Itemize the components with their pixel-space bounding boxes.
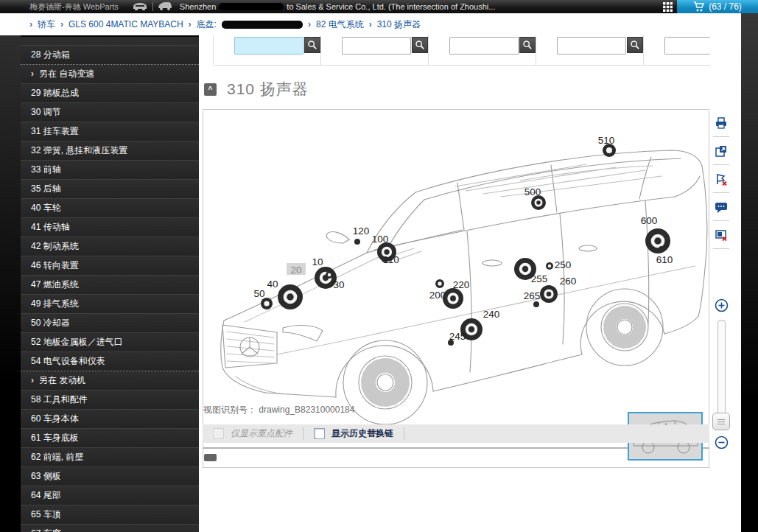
sidebar-item-11[interactable]: 46 转向装置 [21, 256, 199, 275]
sidebar-item-23[interactable]: 64 尾部 [21, 486, 199, 505]
part-callout-255[interactable]: 255 [514, 258, 547, 284]
part-callout-240[interactable]: 240 [460, 309, 499, 340]
search-input-4[interactable] [557, 37, 626, 55]
sidebar-item-22[interactable]: 63 侧板 [21, 466, 199, 486]
sidebar-item-14[interactable]: 50 冷却器 [21, 313, 199, 332]
zoom-in-icon[interactable] [712, 296, 730, 314]
checkbox[interactable] [314, 428, 325, 439]
chevron-right-icon: › [31, 375, 34, 385]
breadcrumb-item-2[interactable]: 底盘: [197, 18, 217, 31]
divider [713, 164, 729, 165]
sidebar-item-16[interactable]: 54 电气设备和仪表 [21, 351, 199, 371]
part-callout-500[interactable]: 500 [524, 186, 546, 210]
part-callout-20[interactable]: 20 [287, 263, 306, 276]
breadcrumb-separator: › [308, 19, 311, 29]
sidebar-item-label: 另在 发动机 [39, 375, 85, 385]
part-callout-110[interactable]: 110 [382, 254, 399, 265]
sidebar-item-8[interactable]: 40 车轮 [21, 198, 199, 217]
sidebar-item-label: 29 踏板总成 [31, 88, 79, 98]
breadcrumb-item-0[interactable]: 轿车 [38, 18, 55, 31]
filter-bar: 仅显示重点配件显示历史替换链 [203, 424, 709, 443]
part-callout-245[interactable]: 245 [448, 331, 466, 346]
sidebar-item-13[interactable]: 49 排气系统 [21, 294, 199, 313]
breadcrumb-item-4[interactable]: 310 扬声器 [377, 18, 421, 31]
comment-icon[interactable] [712, 198, 730, 216]
search-input-1[interactable] [234, 37, 303, 55]
breadcrumb-item-1[interactable]: GLS 600 4MATIC MAYBACH [69, 19, 183, 29]
search-icon[interactable] [304, 37, 320, 53]
sidebar-item-label: 42 制动系统 [31, 241, 79, 251]
sidebar-item-label: 63 侧板 [31, 471, 61, 481]
sidebar-item-7[interactable]: 35 后轴 [21, 179, 199, 198]
part-callout-250[interactable]: 250 [546, 259, 571, 270]
checkbox [213, 428, 224, 439]
svg-text:500: 500 [524, 186, 541, 197]
zoom-slider-handle[interactable] [712, 413, 730, 430]
open-new-window-icon[interactable] [712, 142, 730, 160]
sidebar-item-label: 49 排气系统 [31, 298, 79, 309]
sidebar-item-1[interactable]: ›另在 自动变速 [21, 64, 199, 83]
svg-text:260: 260 [560, 276, 577, 287]
collapse-section-button[interactable]: ^ [204, 83, 217, 96]
sidebar-item-20[interactable]: 61 车身底板 [21, 428, 199, 447]
search-icon[interactable] [412, 37, 428, 53]
breadcrumb-separator: › [369, 19, 372, 29]
remove-image-icon[interactable] [712, 226, 730, 244]
part-callout-510[interactable]: 510 [598, 135, 616, 157]
sidebar-item-label: 30 调节 [31, 107, 61, 117]
sidebar-item-0[interactable]: 28 分动箱 [21, 45, 199, 64]
search-icon[interactable] [519, 37, 536, 53]
sidebar-item-partial[interactable] [21, 37, 199, 45]
print-icon[interactable] [712, 114, 730, 132]
svg-text:40: 40 [267, 279, 278, 290]
part-callout-120[interactable]: 120 [353, 225, 370, 245]
breadcrumb-item-3[interactable]: 82 电气系统 [316, 18, 364, 31]
sidebar-item-label: 60 车身本体 [31, 413, 79, 424]
collapse-next-section-button[interactable] [204, 454, 217, 461]
sidebar-item-label: 32 弹簧, 悬挂和液压装置 [31, 145, 127, 155]
search-input-3[interactable] [449, 37, 519, 55]
search-icon[interactable] [627, 37, 643, 53]
app-header: 梅赛德斯-奔驰 WebParts Shenzhen to Sales & Ser… [0, 0, 758, 13]
search-input-2[interactable] [342, 37, 411, 55]
part-callout-220[interactable]: 220 [443, 279, 469, 309]
sidebar-item-9[interactable]: 41 传动轴 [21, 217, 199, 237]
sidebar-item-24[interactable]: 65 车顶 [21, 505, 199, 524]
sidebar-item-15[interactable]: 52 地板金属板／进气口 [21, 332, 199, 351]
filter-history-chain[interactable]: 显示历史替换链 [314, 427, 393, 440]
sidebar-item-17[interactable]: ›另在 发动机 [21, 371, 199, 390]
part-callout-50[interactable]: 50 [253, 288, 273, 309]
sidebar-item-6[interactable]: 33 前轴 [21, 160, 199, 179]
part-callout-600[interactable]: 600 [641, 215, 670, 253]
main-content: ^ 310 扬声器 [199, 35, 741, 532]
sidebar-item-18[interactable]: 58 工具和配件 [21, 390, 199, 409]
sidebar-item-label: 另在 自动变速 [39, 69, 94, 79]
zoom-slider-track[interactable] [717, 320, 726, 422]
sidebar-item-10[interactable]: 42 制动系统 [21, 237, 199, 256]
remove-flag-icon[interactable] [712, 170, 730, 188]
sidebar-item-19[interactable]: 60 车身本体 [21, 409, 199, 428]
cart-button[interactable]: (63 / 76) [677, 0, 758, 13]
svg-text:50: 50 [253, 288, 264, 299]
sidebar-item-3[interactable]: 30 调节 [21, 102, 199, 122]
drawing-id-label: 视图识别号： [203, 405, 256, 415]
sidebar-item-label: 40 车轮 [31, 203, 61, 213]
sidebar-item-21[interactable]: 62 前端, 前壁 [21, 447, 199, 466]
sidebar-item-5[interactable]: 32 弹簧, 悬挂和液压装置 [21, 141, 199, 160]
car-side-icon[interactable] [158, 0, 172, 13]
grid-menu-icon[interactable] [658, 0, 677, 13]
sidebar-item-label: 65 车顶 [31, 509, 61, 519]
zoom-out-icon[interactable] [712, 433, 730, 451]
sidebar-item-2[interactable]: 29 踏板总成 [21, 83, 199, 102]
breadcrumb-separator: › [189, 19, 192, 29]
car-front-icon[interactable] [132, 0, 148, 13]
search-input-5[interactable] [664, 37, 710, 55]
sidebar-item-4[interactable]: 31 挂车装置 [21, 122, 199, 141]
part-callout-265[interactable]: 265 [524, 290, 541, 307]
sidebar-item-25[interactable]: 67 车窗 [21, 524, 199, 532]
search-column-3 [428, 35, 536, 65]
breadcrumb-separator: › [60, 19, 63, 29]
svg-text:220: 220 [453, 279, 470, 290]
sidebar-item-12[interactable]: 47 燃油系统 [21, 275, 199, 294]
breadcrumb-separator: › [29, 19, 32, 29]
